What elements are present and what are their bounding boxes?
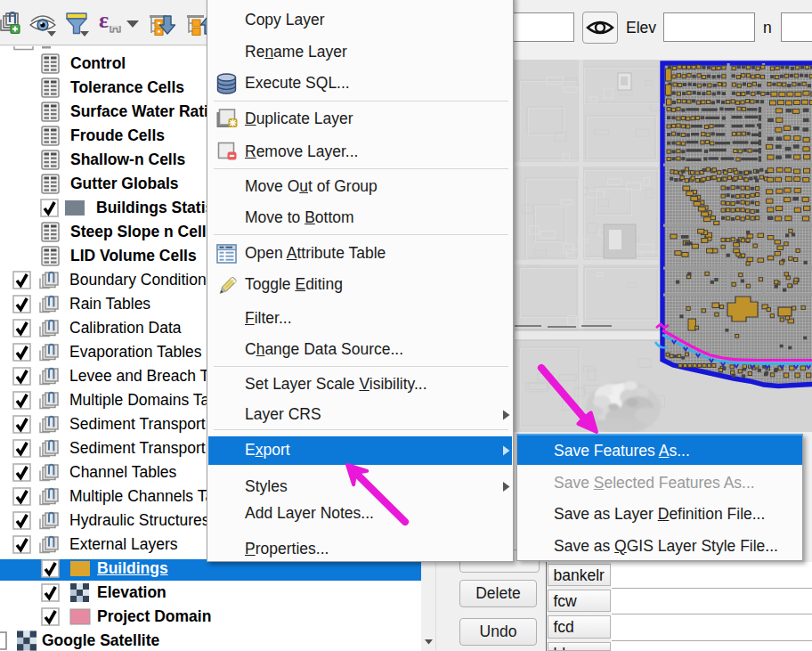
svg-text:ε: ε — [99, 7, 109, 33]
